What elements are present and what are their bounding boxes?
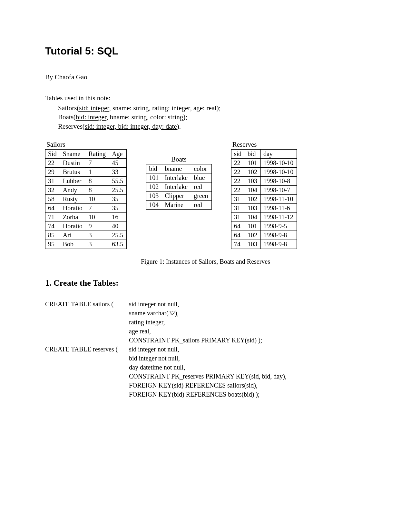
schema-boats: Boats(bid: integer, bname: string, color… bbox=[58, 113, 366, 122]
table-cell: 1998-11-12 bbox=[260, 213, 297, 222]
table-cell: 101 bbox=[146, 173, 162, 182]
sql-line-left bbox=[45, 336, 129, 345]
table-cell: 7 bbox=[86, 159, 109, 168]
sql-line-left bbox=[45, 318, 129, 327]
table-cell: Interlake bbox=[162, 182, 191, 192]
table-row: 311031998-11-6 bbox=[231, 204, 297, 213]
table-cell: 63.5 bbox=[109, 240, 127, 249]
schema-sailors-rest: , sname: string, rating: integer, age: r… bbox=[109, 104, 220, 112]
table-row: 58Rusty1035 bbox=[45, 195, 127, 204]
table-cell: 103 bbox=[245, 177, 260, 186]
sql-line-left bbox=[45, 372, 129, 381]
table-row: 221011998-10-10 bbox=[231, 159, 297, 168]
table-cell: Dustin bbox=[60, 159, 86, 168]
sailors-title: Sailors bbox=[46, 141, 127, 149]
schema-intro: Tables used in this note: bbox=[45, 94, 366, 102]
table-cell: Horatio bbox=[60, 204, 86, 213]
schema-sailors-name: Sailors( bbox=[58, 104, 79, 112]
table-header-cell: bid bbox=[245, 150, 260, 159]
sql-line-right: sid integer not null, bbox=[129, 300, 366, 309]
table-cell: Marine bbox=[162, 201, 191, 210]
table-cell: 35 bbox=[109, 204, 127, 213]
sql-line-right: CONSTRAINT PK_sailors PRIMARY KEY(sid) )… bbox=[129, 336, 366, 345]
reserves-table: sidbidday221011998-10-10221021998-10-102… bbox=[231, 149, 297, 249]
table-cell: 104 bbox=[245, 186, 260, 195]
table-header-cell: Age bbox=[109, 150, 127, 159]
sql-line: CREATE TABLE sailors (sid integer not nu… bbox=[45, 300, 366, 309]
table-row: 641011998-9-5 bbox=[231, 222, 297, 231]
table-cell: 103 bbox=[146, 192, 162, 201]
section-heading: 1. Create the Tables: bbox=[45, 278, 366, 288]
schema-reserves: Reserves(sid: integer, bid: integer, day… bbox=[58, 122, 366, 131]
sql-line-right: age real, bbox=[129, 327, 366, 336]
sql-line-left: CREATE TABLE reserves ( bbox=[45, 345, 129, 354]
table-row: 29Brutus133 bbox=[45, 168, 127, 177]
schema-boats-key: bid: integer bbox=[76, 113, 106, 121]
table-cell: 104 bbox=[245, 213, 260, 222]
table-row: 95Bob363.5 bbox=[45, 240, 127, 249]
table-row: 221021998-10-10 bbox=[231, 168, 297, 177]
table-cell: Zorba bbox=[60, 213, 86, 222]
table-cell: 55.5 bbox=[109, 177, 127, 186]
table-cell: 64 bbox=[231, 231, 245, 240]
sql-line: CONSTRAINT PK_sailors PRIMARY KEY(sid) )… bbox=[45, 336, 366, 345]
table-row: 71Zorba1016 bbox=[45, 213, 127, 222]
sql-line: CREATE TABLE reserves (sid integer not n… bbox=[45, 345, 366, 354]
table-row: 104Marinered bbox=[146, 201, 212, 210]
table-cell: Rusty bbox=[60, 195, 86, 204]
schema-boats-name: Boats( bbox=[58, 113, 76, 121]
sql-line-left bbox=[45, 354, 129, 363]
table-cell: 10 bbox=[86, 213, 109, 222]
table-header-cell: bname bbox=[162, 164, 191, 173]
table-cell: 33 bbox=[109, 168, 127, 177]
sql-line: CONSTRAINT PK_reserves PRIMARY KEY(sid, … bbox=[45, 372, 366, 381]
table-cell: Clipper bbox=[162, 192, 191, 201]
table-cell: red bbox=[191, 182, 211, 192]
table-row: 85Art325.5 bbox=[45, 231, 127, 240]
table-cell: 64 bbox=[231, 222, 245, 231]
sailors-table: SidSnameRatingAge22Dustin74529Brutus1333… bbox=[45, 149, 127, 249]
sql-line: FOREIGN KEY(sid) REFERENCES sailors(sid)… bbox=[45, 381, 366, 390]
table-cell: 85 bbox=[45, 231, 60, 240]
table-cell: 22 bbox=[231, 168, 245, 177]
table-row: 32Andy825.5 bbox=[45, 186, 127, 195]
table-cell: 22 bbox=[231, 159, 245, 168]
table-header-cell: day bbox=[260, 150, 297, 159]
table-cell: 95 bbox=[45, 240, 60, 249]
boats-table: bidbnamecolor101Interlakeblue102Interlak… bbox=[146, 164, 212, 210]
sql-line: day datetime not null, bbox=[45, 363, 366, 372]
table-cell: 45 bbox=[109, 159, 127, 168]
sql-line-right: CONSTRAINT PK_reserves PRIMARY KEY(sid, … bbox=[129, 372, 366, 381]
sql-block: CREATE TABLE sailors (sid integer not nu… bbox=[45, 300, 366, 399]
table-cell: Brutus bbox=[60, 168, 86, 177]
table-cell: 1998-9-8 bbox=[260, 240, 297, 249]
schema-reserves-rest: ). bbox=[177, 123, 181, 130]
table-cell: 103 bbox=[245, 204, 260, 213]
sql-line-right: day datetime not null, bbox=[129, 363, 366, 372]
sql-line-left bbox=[45, 390, 129, 399]
sql-line-right: bid integer not null, bbox=[129, 354, 366, 363]
sql-line-left: CREATE TABLE sailors ( bbox=[45, 300, 129, 309]
sql-line-right: sid integer not null, bbox=[129, 345, 366, 354]
table-row: 31Lubber855.5 bbox=[45, 177, 127, 186]
table-cell: 9 bbox=[86, 222, 109, 231]
table-cell: 16 bbox=[109, 213, 127, 222]
table-cell: 3 bbox=[86, 240, 109, 249]
table-cell: blue bbox=[191, 173, 211, 182]
boats-block: Boats bidbnamecolor101Interlakeblue102In… bbox=[146, 155, 212, 210]
table-cell: Lubber bbox=[60, 177, 86, 186]
table-cell: 35 bbox=[109, 195, 127, 204]
table-cell: red bbox=[191, 201, 211, 210]
table-cell: Interlake bbox=[162, 173, 191, 182]
table-header-cell: color bbox=[191, 164, 211, 173]
sql-line-right: sname varchar(32), bbox=[129, 309, 366, 318]
sql-line-right: rating integer, bbox=[129, 318, 366, 327]
sql-line-left bbox=[45, 327, 129, 336]
reserves-block: Reserves sidbidday221011998-10-102210219… bbox=[231, 141, 297, 249]
table-cell: 1998-11-10 bbox=[260, 195, 297, 204]
table-cell: 40 bbox=[109, 222, 127, 231]
table-row: 311041998-11-12 bbox=[231, 213, 297, 222]
schema-sailors-key: sid: integer bbox=[79, 104, 109, 112]
table-cell: 104 bbox=[146, 201, 162, 210]
table-row: 64Horatio735 bbox=[45, 204, 127, 213]
